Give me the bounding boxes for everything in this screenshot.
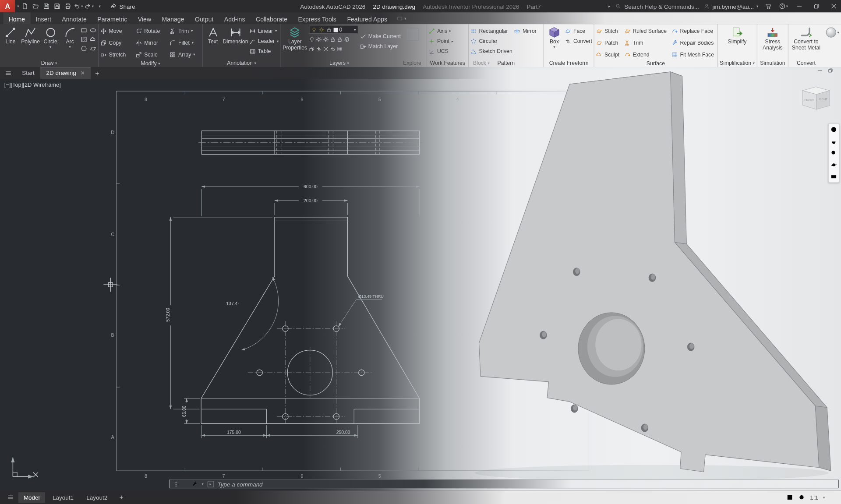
ucs-button[interactable]: UCS (428, 46, 448, 56)
look-at-icon[interactable] (830, 173, 837, 180)
hatch-tool-button[interactable] (81, 36, 88, 44)
layer-prev-icon[interactable] (330, 46, 336, 52)
appearance-control[interactable]: ▾ (824, 24, 841, 67)
layer-settings-icon[interactable] (336, 46, 342, 52)
replace-face-button[interactable]: Replace Face (671, 26, 716, 36)
mirror-button[interactable]: Mirror (136, 38, 166, 48)
tab-2d-drawing[interactable]: 2D drawing ✕ (40, 67, 91, 79)
file-tabs-menu-button[interactable] (0, 67, 16, 79)
ellipse-tool-button[interactable] (90, 27, 97, 35)
annotation-scale-value[interactable]: 1:1 (810, 494, 818, 500)
sculpt-button[interactable]: Sculpt (596, 49, 621, 60)
command-input[interactable]: Type a command (218, 481, 263, 487)
circle-button[interactable]: Circle▾ (42, 26, 60, 49)
convert-to-sheet-metal-button[interactable]: Convert to Sheet Metal (790, 26, 822, 51)
new-button[interactable] (20, 0, 30, 12)
table-button[interactable]: Table (249, 46, 279, 56)
repair-bodies-button[interactable]: Repair Bodies (671, 38, 716, 48)
scale-button[interactable]: Scale (136, 49, 166, 60)
command-close-icon[interactable] (183, 482, 188, 486)
minimize-button[interactable] (793, 0, 806, 12)
restore-button[interactable] (810, 0, 823, 12)
text-button[interactable]: Text (205, 26, 222, 45)
account-menu[interactable]: jim.byrne@au... ▾ (704, 3, 759, 10)
tab-featured-apps[interactable]: Featured Apps (342, 12, 392, 24)
tab-add-ins[interactable]: Add-ins (219, 12, 250, 24)
tab-insert[interactable]: Insert (30, 12, 57, 24)
create-freeform-panel-label[interactable]: Create Freeform (545, 59, 592, 67)
qat-customize-caret[interactable]: ▾ (95, 0, 105, 12)
navigation-wheel-icon[interactable] (830, 126, 837, 133)
convert-panel-label[interactable]: Convert (790, 59, 822, 67)
layers-panel-label[interactable]: Layers▾ (283, 59, 396, 67)
tab-start[interactable]: Start (16, 67, 40, 79)
tab-collaborate[interactable]: Collaborate (251, 12, 293, 24)
collapse-search-caret[interactable]: ▸ (608, 4, 610, 8)
fit-mesh-face-button[interactable]: Fit Mesh Face (671, 49, 716, 60)
layer-unlock-icon[interactable] (336, 36, 342, 42)
line-button[interactable]: Line (2, 26, 20, 45)
tab-output[interactable]: Output (190, 12, 219, 24)
mirror-pattern-button[interactable]: Mirror (514, 26, 537, 36)
layer-state-icon[interactable] (309, 46, 314, 52)
arc-button[interactable]: Arc▾ (61, 26, 79, 49)
share-button[interactable]: Share (110, 3, 135, 10)
simplify-button[interactable]: Simplify (722, 26, 753, 45)
rectangular-pattern-button[interactable]: Rectangular (470, 26, 512, 36)
save-as-button[interactable] (52, 0, 62, 12)
polyline-button[interactable]: Polyline (21, 26, 40, 45)
make-current-button[interactable]: Make Current (360, 31, 401, 41)
work-features-panel-label[interactable]: Work Features (428, 59, 466, 67)
box-button[interactable]: Box▾ (545, 26, 563, 49)
tab-model[interactable]: Model (18, 492, 45, 502)
linear-button[interactable]: Linear▾ (249, 26, 279, 36)
dimension-button[interactable]: Dimension (223, 26, 247, 45)
simplification-panel-label[interactable]: Simplification▾ (719, 59, 755, 67)
move-button[interactable]: Move (100, 26, 131, 36)
close-button[interactable] (827, 0, 840, 12)
customization-icon[interactable] (830, 494, 837, 501)
match-layer-button[interactable]: Match Layer (360, 41, 401, 51)
command-customize-icon[interactable] (191, 481, 198, 487)
tab-manage[interactable]: Manage (156, 12, 189, 24)
save-button[interactable] (41, 0, 51, 12)
simulation-panel-label[interactable]: Simulation (759, 59, 786, 67)
freeform-convert-button[interactable]: Convert (565, 36, 592, 46)
tab-express-tools[interactable]: Express Tools (293, 12, 342, 24)
pan-icon[interactable] (830, 138, 837, 145)
point-button[interactable]: Point▸ (428, 36, 453, 46)
orbit-icon[interactable] (830, 162, 837, 169)
inventor-3d-viewport[interactable]: FRONT RIGHT (0, 67, 841, 490)
viewport-controls[interactable]: [−][Top][2D Wireframe] (4, 81, 61, 88)
doc-restore-icon[interactable] (827, 67, 833, 73)
command-line[interactable]: ▾ ▸ Type a command (169, 479, 839, 489)
redo-button[interactable]: ▾ (84, 0, 94, 12)
layer-lock-tool-icon[interactable] (330, 36, 336, 42)
copy-button[interactable]: Copy (100, 38, 131, 48)
viewcube[interactable]: FRONT RIGHT (802, 87, 830, 109)
layout-menu-button[interactable] (4, 494, 16, 501)
circular-pattern-button[interactable]: Circular (470, 36, 512, 46)
tab-home[interactable]: Home (3, 12, 30, 24)
boundary-tool-button[interactable] (81, 45, 88, 53)
leader-button[interactable]: Leader▾ (249, 36, 279, 46)
ribbon-display-toggle[interactable]: ▾ (392, 12, 410, 24)
grid-display-icon[interactable] (786, 494, 793, 501)
modify-panel-label[interactable]: Modify▾ (100, 60, 201, 67)
trim-button[interactable]: Trim▾ (170, 26, 200, 36)
region-tool-button[interactable] (90, 45, 97, 53)
sketch-driven-pattern-button[interactable]: Sketch Driven (470, 46, 512, 56)
extend-button[interactable]: Extend (624, 49, 668, 60)
layer-merge-icon[interactable] (316, 46, 322, 52)
close-tab-icon[interactable]: ✕ (81, 70, 85, 76)
tab-parametric[interactable]: Parametric (92, 12, 133, 24)
rectangle-tool-button[interactable] (81, 27, 88, 35)
new-drawing-tab-button[interactable]: + (91, 67, 103, 79)
help-search-input[interactable]: Search Help & Commands... (615, 3, 699, 10)
patch-button[interactable]: Patch (596, 38, 621, 48)
tab-view[interactable]: View (133, 12, 157, 24)
app-menu-button[interactable]: A (0, 0, 15, 12)
open-button[interactable] (30, 0, 40, 12)
app-menu-caret[interactable]: ▾ (17, 4, 19, 8)
drawing-canvas[interactable]: D C B A 8 7 6 5 4 8 7 6 5 (0, 67, 841, 490)
